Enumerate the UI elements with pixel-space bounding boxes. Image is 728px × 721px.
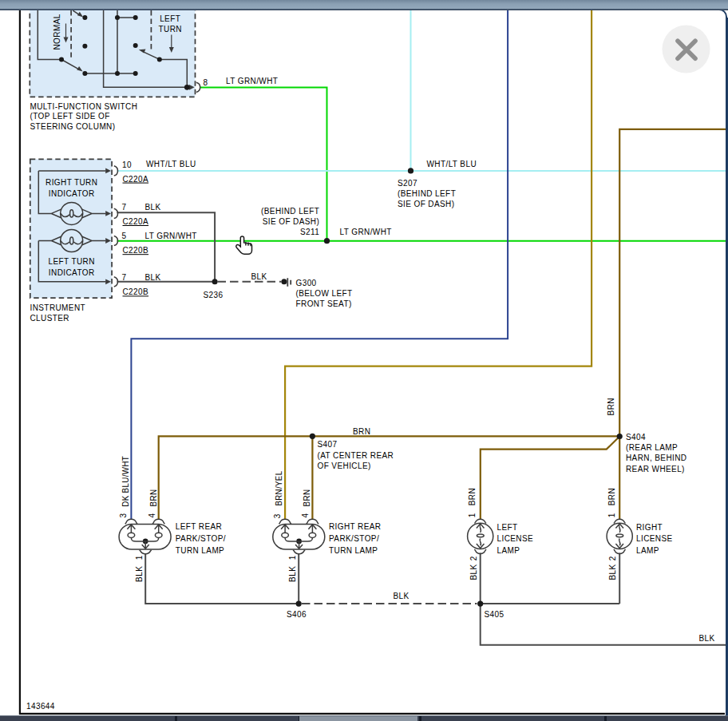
svg-text:(REAR LAMP: (REAR LAMP [626, 443, 678, 452]
svg-text:INSTRUMENT: INSTRUMENT [30, 303, 86, 312]
svg-text:LT GRN/WHT: LT GRN/WHT [145, 232, 197, 240]
svg-text:LEFT: LEFT [160, 14, 180, 23]
svg-text:LEFT TURN: LEFT TURN [49, 257, 95, 266]
svg-text:2: 2 [469, 556, 478, 561]
svg-text:CLUSTER: CLUSTER [30, 314, 69, 323]
svg-text:BRN: BRN [353, 427, 370, 436]
svg-text:INDICATOR: INDICATOR [49, 189, 95, 198]
svg-text:S406: S406 [287, 610, 307, 619]
svg-text:SIE OF DASH): SIE OF DASH) [263, 217, 319, 226]
svg-text:TURN: TURN [159, 25, 182, 34]
svg-text:1: 1 [135, 555, 144, 560]
svg-text:(BEHIND LEFT: (BEHIND LEFT [398, 189, 456, 198]
svg-text:LAMP: LAMP [497, 546, 520, 555]
svg-text:1: 1 [468, 513, 477, 517]
svg-text:2: 2 [608, 556, 617, 561]
svg-text:3: 3 [273, 513, 282, 518]
svg-text:LT GRN/WHT: LT GRN/WHT [340, 228, 392, 236]
svg-text:MULTI-FUNCTION SWITCH: MULTI-FUNCTION SWITCH [30, 102, 138, 111]
svg-text:WHT/LT BLU: WHT/LT BLU [427, 160, 477, 168]
svg-text:BLK: BLK [469, 564, 478, 580]
svg-text:LICENSE: LICENSE [497, 534, 534, 543]
svg-text:LEFT REAR: LEFT REAR [176, 522, 222, 531]
svg-text:FRONT SEAT): FRONT SEAT) [296, 299, 352, 308]
svg-text:4: 4 [148, 513, 156, 518]
svg-text:(TOP LEFT SIDE OF: (TOP LEFT SIDE OF [30, 112, 110, 121]
svg-text:S405: S405 [485, 610, 504, 619]
svg-text:BRN/YEL: BRN/YEL [275, 471, 283, 506]
svg-text:C220B: C220B [123, 287, 149, 296]
svg-text:BLK: BLK [145, 203, 161, 212]
svg-text:REAR WHEEL): REAR WHEEL) [626, 465, 685, 473]
svg-text:C220A: C220A [123, 175, 149, 184]
svg-text:LAMP: LAMP [636, 546, 659, 555]
svg-text:BLK: BLK [251, 272, 267, 281]
svg-text:C220B: C220B [123, 246, 149, 255]
svg-text:G300: G300 [296, 279, 317, 287]
svg-text:143644: 143644 [26, 702, 55, 711]
svg-text:S207: S207 [398, 179, 417, 188]
svg-text:PARK/STOP/: PARK/STOP/ [176, 534, 226, 543]
svg-text:1: 1 [288, 555, 297, 560]
svg-text:BRN: BRN [607, 398, 615, 415]
svg-text:LT GRN/WHT: LT GRN/WHT [226, 77, 278, 85]
svg-text:BLK: BLK [145, 273, 161, 282]
svg-text:BRN: BRN [468, 488, 477, 505]
svg-text:RIGHT REAR: RIGHT REAR [329, 522, 382, 531]
svg-text:(BEHIND LEFT: (BEHIND LEFT [261, 207, 319, 216]
svg-text:S404: S404 [626, 433, 646, 442]
svg-text:8: 8 [204, 78, 208, 87]
svg-text:(BELOW LEFT: (BELOW LEFT [296, 289, 353, 298]
svg-text:BLK: BLK [288, 566, 297, 582]
svg-text:LEFT: LEFT [497, 523, 518, 532]
svg-text:OF VEHICLE): OF VEHICLE) [318, 462, 371, 470]
svg-text:S211: S211 [300, 228, 319, 236]
svg-text:BRN: BRN [149, 489, 158, 507]
svg-text:LICENSE: LICENSE [636, 534, 673, 543]
svg-text:BLK: BLK [394, 592, 410, 600]
svg-text:NORMAL: NORMAL [53, 14, 61, 50]
svg-text:4: 4 [301, 513, 310, 518]
svg-text:PARK/STOP/: PARK/STOP/ [329, 534, 379, 543]
svg-text:BLK: BLK [608, 564, 617, 580]
svg-text:TURN LAMP: TURN LAMP [329, 546, 378, 555]
svg-text:3: 3 [119, 513, 128, 518]
svg-text:5: 5 [122, 232, 127, 240]
svg-text:SIE OF DASH): SIE OF DASH) [398, 200, 454, 208]
svg-text:7: 7 [122, 203, 127, 212]
svg-text:DK BLU/WHT: DK BLU/WHT [121, 456, 130, 507]
svg-text:TURN LAMP: TURN LAMP [176, 546, 224, 555]
svg-text:BLK: BLK [699, 634, 715, 643]
svg-text:STEERING COLUMN): STEERING COLUMN) [30, 122, 116, 131]
svg-text:BLK: BLK [135, 566, 144, 582]
svg-text:INDICATOR: INDICATOR [49, 268, 95, 277]
svg-text:RIGHT: RIGHT [636, 523, 663, 532]
svg-text:7: 7 [122, 273, 127, 282]
svg-text:1: 1 [607, 513, 616, 517]
svg-text:RIGHT TURN: RIGHT TURN [46, 178, 97, 187]
svg-text:BRN: BRN [303, 489, 311, 507]
svg-text:S236: S236 [204, 291, 224, 299]
svg-text:C220A: C220A [123, 217, 149, 226]
svg-text:WHT/LT BLU: WHT/LT BLU [146, 160, 196, 168]
svg-text:10: 10 [122, 160, 132, 169]
svg-text:HARN, BEHIND: HARN, BEHIND [626, 454, 686, 462]
svg-text:S407: S407 [318, 440, 338, 449]
svg-text:(AT CENTER REAR: (AT CENTER REAR [318, 451, 394, 460]
svg-text:BRN: BRN [607, 488, 616, 505]
